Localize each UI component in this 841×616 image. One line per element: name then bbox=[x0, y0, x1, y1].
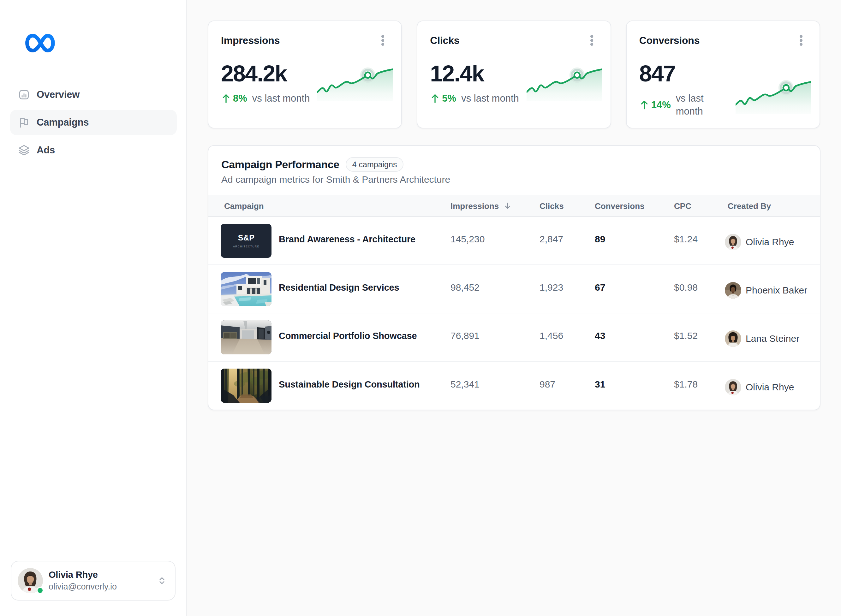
svg-text:ARCHITECTURE: ARCHITECTURE bbox=[233, 245, 260, 248]
svg-text:S&P: S&P bbox=[238, 233, 255, 242]
